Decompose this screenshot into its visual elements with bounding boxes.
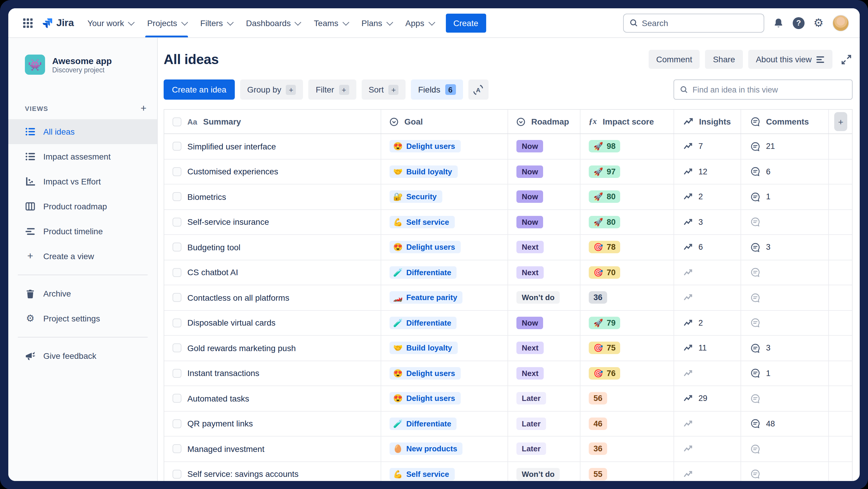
row-checkbox[interactable] (173, 344, 181, 353)
impact-score-badge[interactable]: 🎯 75 (589, 342, 620, 355)
goal-badge[interactable]: 🏎️ Feature parity (390, 292, 462, 304)
column-header-comments[interactable]: Comments (766, 117, 809, 126)
share-button[interactable]: Share (705, 50, 743, 69)
find-idea-input[interactable] (692, 85, 846, 94)
nav-item-filters[interactable]: Filters (194, 8, 238, 37)
goal-badge[interactable]: 🧪 Differentiate (390, 418, 457, 430)
comments-count[interactable]: 1 (766, 369, 771, 378)
row-checkbox[interactable] (173, 268, 181, 277)
insights-count[interactable]: 29 (699, 394, 707, 403)
comments-count[interactable]: 1 (766, 192, 771, 201)
column-header-roadmap[interactable]: Roadmap (531, 117, 569, 126)
idea-summary[interactable]: Disposable virtual cards (187, 318, 275, 328)
notifications-bell-icon[interactable] (773, 18, 784, 28)
roadmap-badge[interactable]: Now (517, 191, 544, 203)
add-view-icon[interactable]: + (141, 103, 147, 113)
nav-item-dashboards[interactable]: Dashboards (240, 8, 306, 37)
impact-score-badge[interactable]: 36 (589, 443, 607, 455)
row-checkbox[interactable] (173, 369, 181, 378)
goal-badge[interactable]: 😍 Delight users (390, 392, 460, 405)
goal-badge[interactable]: 💪 Self service (390, 216, 455, 228)
impact-score-badge[interactable]: 56 (589, 392, 607, 405)
impact-score-badge[interactable]: 🚀 79 (589, 317, 620, 329)
impact-score-badge[interactable]: 55 (589, 468, 607, 480)
sidebar-item-impact-assesment[interactable]: Impact assesment (8, 144, 157, 169)
insights-count[interactable]: 12 (699, 167, 707, 176)
row-checkbox[interactable] (173, 318, 181, 327)
goal-badge[interactable]: 🔐 Security (390, 191, 442, 203)
create-button[interactable]: Create (445, 13, 486, 32)
comments-count[interactable]: 21 (766, 142, 775, 151)
row-checkbox[interactable] (173, 419, 181, 428)
sort-button[interactable]: Sort+ (361, 80, 406, 100)
sidebar-item-product-roadmap[interactable]: Product roadmap (8, 194, 157, 219)
insights-count[interactable]: 7 (699, 142, 703, 151)
goal-badge[interactable]: 🧪 Differentiate (390, 317, 457, 329)
idea-summary[interactable]: Budgeting tool (187, 243, 241, 252)
group-by-button[interactable]: Group by+ (240, 80, 303, 100)
insights-count[interactable]: 2 (699, 192, 703, 201)
comments-count[interactable]: 3 (766, 344, 771, 353)
settings-gear-icon[interactable]: ⚙ (813, 17, 824, 28)
row-checkbox[interactable] (173, 192, 181, 201)
find-idea-search-box[interactable] (674, 80, 852, 100)
impact-score-badge[interactable]: 46 (589, 418, 607, 430)
goal-badge[interactable]: 🤝 Build loyalty (390, 165, 458, 178)
idea-summary[interactable]: Customised experiences (187, 167, 278, 177)
roadmap-badge[interactable]: Won’t do (517, 292, 560, 304)
comments-count[interactable]: 6 (766, 167, 771, 176)
insights-count[interactable]: 11 (699, 344, 707, 353)
user-avatar[interactable] (832, 14, 849, 31)
nav-item-your-work[interactable]: Your work (81, 8, 140, 37)
row-checkbox[interactable] (173, 167, 181, 176)
roadmap-badge[interactable]: Next (517, 342, 544, 355)
impact-score-badge[interactable]: 🎯 76 (589, 367, 620, 379)
roadmap-badge[interactable]: Next (517, 367, 544, 379)
sidebar-item-product-timeline[interactable]: Product timeline (8, 219, 157, 244)
roadmap-badge[interactable]: Now (517, 317, 544, 329)
sidebar-item-project-settings[interactable]: ⚙ Project settings (8, 306, 157, 331)
roadmap-badge[interactable]: Won’t do (517, 468, 560, 480)
nav-item-projects[interactable]: Projects (141, 8, 192, 37)
row-checkbox[interactable] (173, 293, 181, 302)
goal-badge[interactable]: 💪 Self service (390, 468, 455, 480)
create-an-idea-button[interactable]: Create an idea (164, 80, 235, 100)
impact-score-badge[interactable]: 🎯 70 (589, 266, 620, 279)
comments-count[interactable]: 48 (766, 419, 775, 428)
sidebar-item-give-feedback[interactable]: Give feedback (8, 343, 157, 368)
idea-summary[interactable]: Biometrics (187, 192, 226, 202)
row-checkbox[interactable] (173, 142, 181, 151)
idea-summary[interactable]: CS chatbot AI (187, 268, 238, 277)
idea-summary[interactable]: QR payment links (187, 419, 253, 428)
column-header-insights[interactable]: Insights (699, 117, 731, 126)
idea-summary[interactable]: Instant transactions (187, 369, 259, 378)
nav-item-teams[interactable]: Teams (307, 8, 354, 37)
impact-score-badge[interactable]: 🚀 97 (589, 165, 620, 178)
idea-summary[interactable]: Gold rewards marketing push (187, 343, 296, 353)
insights-count[interactable]: 6 (699, 243, 703, 252)
idea-summary[interactable]: Contactless on all platforms (187, 293, 289, 303)
row-checkbox[interactable] (173, 470, 181, 479)
impact-score-badge[interactable]: 36 (589, 292, 607, 304)
sidebar-item-impact-vs-effort[interactable]: Impact vs Effort (8, 169, 157, 194)
roadmap-badge[interactable]: Next (517, 266, 544, 279)
project-header[interactable]: 👾 Awesome app Discovery project (25, 55, 148, 75)
nav-item-plans[interactable]: Plans (355, 8, 398, 37)
sidebar-item-all-ideas[interactable]: All ideas (8, 119, 157, 144)
app-switcher-icon[interactable] (18, 8, 38, 37)
column-header-goal[interactable]: Goal (404, 117, 423, 126)
fullscreen-expand-icon[interactable] (841, 54, 851, 64)
goal-badge[interactable]: 🥚 New products (390, 443, 462, 455)
fields-button[interactable]: Fields6 (411, 80, 463, 100)
column-header-summary[interactable]: Summary (203, 117, 241, 126)
row-checkbox[interactable] (173, 445, 181, 453)
roadmap-badge[interactable]: Now (517, 216, 544, 228)
impact-score-badge[interactable]: 🚀 80 (589, 191, 620, 203)
idea-summary[interactable]: Self service: savings accounts (187, 469, 299, 479)
idea-summary[interactable]: Self-service insurance (187, 217, 269, 227)
column-header-impact-score[interactable]: Impact score (603, 117, 654, 126)
row-checkbox[interactable] (173, 218, 181, 226)
roadmap-badge[interactable]: Later (517, 443, 546, 455)
comment-button[interactable]: Comment (649, 50, 700, 69)
select-all-checkbox[interactable] (173, 117, 181, 126)
